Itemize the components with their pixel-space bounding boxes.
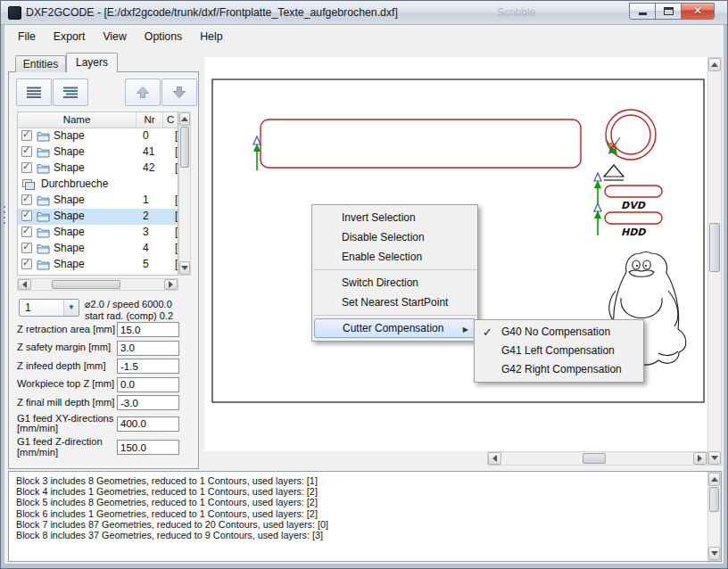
table-header: Name Nr C (18, 112, 178, 128)
context-menu-item[interactable]: Enable Selection (312, 247, 477, 267)
dvd-label[interactable]: DVD (621, 200, 646, 211)
layer-visible-checkbox[interactable] (21, 227, 32, 237)
scroll-thumb[interactable] (709, 223, 720, 272)
menu-item[interactable]: Options (136, 28, 191, 45)
layer-row[interactable]: Shape 42 [ (18, 161, 178, 177)
scroll-thumb[interactable] (180, 127, 189, 168)
layer-visible-checkbox[interactable] (21, 162, 32, 173)
canvas-horizontal-scrollbar[interactable] (487, 451, 707, 466)
tool-select[interactable]: 1 (19, 299, 79, 317)
hdd-slot-shape[interactable] (605, 212, 662, 224)
table-vertical-scrollbar[interactable] (178, 111, 191, 276)
layer-row[interactable]: Shape 4 [ (18, 241, 178, 257)
row-extra: [ (175, 226, 178, 238)
param-input[interactable] (117, 341, 179, 356)
close-button[interactable]: ✕ (681, 3, 715, 20)
layer-visible-checkbox[interactable] (21, 130, 32, 141)
param-label: Workpiece top Z [mm] (17, 379, 117, 390)
layer-visible-checkbox[interactable] (21, 243, 32, 253)
layer-visible-checkbox[interactable] (21, 210, 32, 221)
layer-row[interactable]: Shape 1 [ (18, 193, 178, 209)
scroll-left-button[interactable] (18, 279, 31, 290)
scroll-right-button[interactable] (164, 279, 178, 290)
column-header-extra[interactable]: C (162, 112, 178, 128)
hdd-label[interactable]: HDD (621, 227, 646, 238)
eject-triangle[interactable] (604, 165, 624, 177)
row-nr: 41 (143, 145, 154, 158)
param-row: Workpiece top Z [mm] (17, 377, 181, 392)
submenu-item[interactable]: G42 Right Compensation (475, 360, 643, 379)
menu-item[interactable]: File (9, 28, 45, 45)
knob-hole-inner[interactable] (611, 115, 650, 154)
param-input[interactable] (117, 416, 179, 432)
scroll-down-button[interactable] (708, 547, 720, 560)
scroll-thumb[interactable] (709, 487, 719, 512)
menu-item[interactable]: Export (45, 28, 95, 45)
layer-visible-checkbox[interactable] (21, 146, 32, 157)
context-menu: Invert Selection Disable Selection Enabl… (311, 204, 478, 342)
param-row: Z infeed depth [mm] (17, 359, 181, 374)
cutter-compensation-submenu: G40 No Compensation G41 Left Compensatio… (474, 319, 644, 383)
app-window: DXF2GCODE - [E:/dxf2gcode/trunk/dxf/Fron… (0, 0, 728, 569)
scroll-down-button[interactable] (708, 451, 721, 465)
param-input[interactable] (117, 359, 179, 374)
shape-icon (21, 178, 36, 194)
column-header-nr[interactable]: Nr (136, 112, 162, 128)
param-input[interactable] (117, 322, 179, 337)
menu-item[interactable]: View (94, 28, 135, 45)
move-layer-down-button[interactable] (161, 78, 197, 106)
canvas-vertical-scrollbar[interactable] (707, 57, 722, 466)
layer-row[interactable]: Shape 41 [ (18, 144, 178, 161)
layer-row[interactable]: Shape 0 [ (18, 128, 178, 144)
scroll-thumb[interactable] (52, 280, 120, 289)
layer-row[interactable]: Shape 2 [ (18, 209, 178, 225)
context-menu-item[interactable]: Set Nearest StartPoint (312, 293, 477, 312)
display-slot-shape[interactable] (261, 120, 581, 168)
param-input[interactable] (117, 377, 179, 392)
splitter-handle[interactable] (4, 206, 5, 224)
titlebar[interactable]: DXF2GCODE - [E:/dxf2gcode/trunk/dxf/Fron… (1, 1, 727, 25)
scroll-thumb[interactable] (583, 453, 606, 464)
layer-select-button[interactable] (53, 78, 88, 106)
layer-visible-checkbox[interactable] (21, 259, 32, 269)
layer-visible-checkbox[interactable] (21, 194, 32, 205)
layer-row[interactable]: Shape 5 [ (18, 257, 178, 273)
tool-info-line1: ⌀2.0 / speed 6000.0 (85, 299, 173, 310)
tab-layers[interactable]: Layers (66, 53, 118, 72)
minimize-button[interactable] (629, 3, 656, 20)
param-input[interactable] (117, 440, 179, 455)
scroll-up-button[interactable] (708, 58, 721, 71)
app-icon[interactable] (8, 6, 21, 20)
table-horizontal-scrollbar[interactable] (17, 278, 178, 291)
layer-list-button[interactable] (16, 78, 52, 106)
param-input[interactable] (117, 395, 179, 410)
move-layer-up-button[interactable] (125, 78, 161, 106)
layer-row[interactable]: Durchbrueche (18, 177, 178, 193)
context-menu-item[interactable]: Invert Selection (312, 208, 477, 227)
context-menu-item[interactable]: Disable Selection (312, 227, 477, 247)
column-header-name[interactable]: Name (18, 112, 136, 128)
scroll-right-button[interactable] (693, 452, 707, 465)
menu-item[interactable]: Help (191, 28, 231, 45)
context-menu-item[interactable]: Switch Direction (312, 273, 477, 293)
scroll-up-button[interactable] (708, 473, 720, 486)
context-menu-item[interactable]: Cutter Compensation (314, 318, 476, 338)
log-vertical-scrollbar[interactable] (707, 472, 721, 561)
scroll-left-button[interactable] (488, 452, 501, 465)
submenu-item[interactable]: G40 No Compensation (475, 323, 643, 342)
submenu-item[interactable]: G41 Left Compensation (475, 342, 643, 360)
tab-entities[interactable]: Entities (15, 55, 66, 72)
menu-item-label: Switch Direction (342, 276, 418, 289)
scroll-up-button[interactable] (179, 112, 190, 126)
param-label: Z retraction area [mm] (17, 325, 117, 335)
message-log[interactable]: Block 3 includes 8 Geometries, reduced t… (8, 471, 722, 562)
row-name: Shape (54, 242, 85, 254)
dropdown-arrow-icon[interactable] (63, 300, 79, 316)
scroll-down-button[interactable] (179, 261, 190, 275)
row-name: Shape (54, 129, 85, 142)
startpoint-marker (253, 136, 261, 170)
dvd-slot-shape[interactable] (605, 186, 662, 197)
row-nr: 42 (143, 161, 154, 174)
maximize-button[interactable] (655, 3, 682, 20)
layer-row[interactable]: Shape 3 [ (18, 225, 178, 241)
